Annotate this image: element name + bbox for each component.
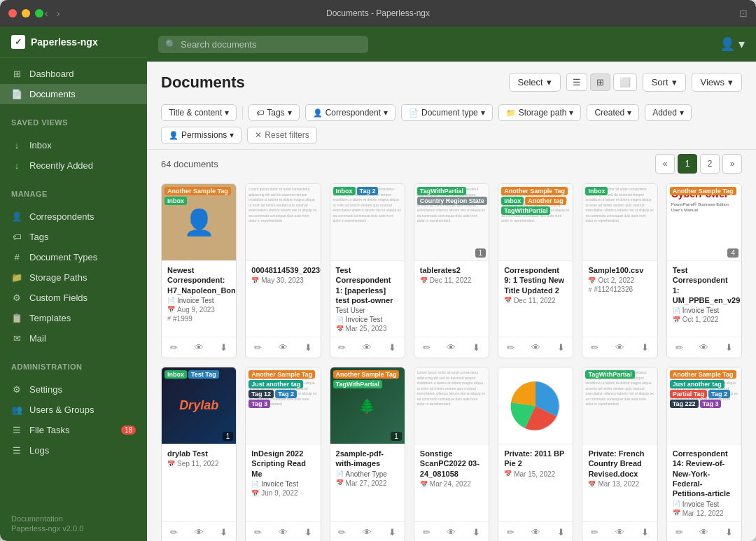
doc-download-btn[interactable]: ⬇: [216, 340, 232, 355]
doc-edit-btn[interactable]: ✏: [419, 340, 435, 355]
doc-download-btn[interactable]: ⬇: [721, 340, 737, 355]
doc-preview-btn[interactable]: 👁: [442, 525, 460, 540]
sidebar-item-dashboard[interactable]: ⊞ Dashboard: [0, 64, 147, 84]
doc-card[interactable]: Drylab InboxTest Tag 1 drylab Test 📅Sep …: [161, 367, 237, 541]
doc-download-btn[interactable]: ⬇: [553, 525, 569, 540]
doc-preview-btn[interactable]: 👁: [695, 340, 713, 355]
doc-download-btn[interactable]: ⬇: [300, 340, 316, 355]
doc-edit-btn[interactable]: ✏: [503, 340, 519, 355]
back-btn[interactable]: ‹: [42, 6, 51, 20]
doc-edit-btn[interactable]: ✏: [671, 525, 687, 540]
doc-card[interactable]: CyberPowerPowerPanel® Business EditionUs…: [666, 183, 742, 358]
close-btn[interactable]: [8, 9, 17, 17]
doc-edit-btn[interactable]: ✏: [334, 340, 350, 355]
sort-btn[interactable]: Sort ▾: [643, 73, 686, 92]
filter-created[interactable]: Created ▾: [587, 104, 639, 121]
doc-card[interactable]: Lorem ipsum dolor sit amet consectetur a…: [245, 367, 321, 541]
large-grid-view-btn[interactable]: ⬜: [613, 73, 637, 91]
filter-title-content[interactable]: Title & content ▾: [161, 104, 237, 121]
doc-card[interactable]: 👤 Another Sample TagInbox Newest Corresp…: [161, 183, 237, 358]
sidebar-item-settings[interactable]: ⚙ Settings: [0, 379, 147, 400]
doc-download-btn[interactable]: ⬇: [384, 340, 400, 355]
page-last-btn[interactable]: »: [722, 154, 742, 174]
filter-document-type[interactable]: 📄 Document type ▾: [401, 104, 493, 121]
doc-edit-btn[interactable]: ✏: [334, 525, 350, 540]
sidebar-item-tags[interactable]: 🏷 Tags: [0, 227, 147, 247]
doc-card[interactable]: Lorem ipsum dolor sit amet consectetur a…: [582, 183, 657, 358]
doc-card[interactable]: Lorem ipsum dolor sit amet consectetur a…: [414, 367, 489, 541]
filter-storage-path[interactable]: 📁 Storage path ▾: [498, 104, 582, 121]
filter-permissions[interactable]: 👤 Permissions ▾: [161, 127, 241, 143]
sidebar-item-documents[interactable]: 📄 Documents: [0, 84, 147, 104]
doc-preview-btn[interactable]: 👁: [274, 525, 292, 540]
doc-card[interactable]: Lorem ipsum dolor sit amet consectetur a…: [330, 183, 405, 358]
doc-preview-btn[interactable]: 👁: [527, 340, 545, 355]
doc-card[interactable]: Lorem ipsum dolor sit amet consectetur a…: [498, 183, 573, 358]
doc-edit-btn[interactable]: ✏: [419, 525, 435, 540]
views-btn[interactable]: Views ▾: [692, 73, 742, 92]
doc-download-btn[interactable]: ⬇: [637, 525, 653, 540]
page-2-btn[interactable]: 2: [700, 154, 720, 174]
doc-download-btn[interactable]: ⬇: [721, 525, 737, 540]
sidebar-item-mail[interactable]: ✉ Mail: [0, 328, 147, 349]
doc-preview-btn[interactable]: 👁: [611, 340, 629, 355]
sidebar-item-custom-fields[interactable]: ⚙ Custom Fields: [0, 288, 147, 308]
doc-edit-btn[interactable]: ✏: [166, 525, 182, 540]
fullscreen-btn[interactable]: ⊡: [739, 8, 748, 19]
doc-edit-btn[interactable]: ✏: [250, 340, 266, 355]
sidebar-item-recently-added[interactable]: ↓ Recently Added: [0, 155, 147, 176]
search-input[interactable]: [181, 39, 361, 50]
doc-edit-btn[interactable]: ✏: [587, 525, 603, 540]
doc-download-btn[interactable]: ⬇: [300, 525, 316, 540]
minimize-btn[interactable]: [22, 9, 30, 17]
search-box[interactable]: 🔍: [158, 36, 368, 53]
filter-added[interactable]: Added ▾: [645, 104, 692, 121]
sidebar-item-templates[interactable]: 📋 Templates: [0, 308, 147, 328]
doc-preview-btn[interactable]: 👁: [695, 525, 713, 540]
sidebar-item-document-types[interactable]: # Document Types: [0, 247, 147, 267]
documentation-link[interactable]: Documentation: [11, 514, 136, 523]
doc-download-btn[interactable]: ⬇: [553, 340, 569, 355]
doc-preview-btn[interactable]: 👁: [358, 340, 376, 355]
doc-edit-btn[interactable]: ✏: [166, 340, 182, 355]
doc-preview-btn[interactable]: 👁: [190, 340, 208, 355]
doc-card[interactable]: Lorem ipsum dolor sit amet consectetur a…: [666, 367, 742, 541]
doc-preview-btn[interactable]: 👁: [611, 525, 629, 540]
doc-download-btn[interactable]: ⬇: [468, 525, 484, 540]
doc-card[interactable]: Lorem ipsum dolor sit amet consectetur a…: [582, 367, 657, 541]
doc-card[interactable]: Lorem ipsum dolor sit amet consectetur a…: [414, 183, 489, 358]
reset-filters-btn[interactable]: ✕ Reset filters: [247, 127, 316, 143]
doc-download-btn[interactable]: ⬇: [384, 525, 400, 540]
doc-title: drylab Test: [167, 449, 230, 458]
filter-tags[interactable]: 🏷 Tags ▾: [248, 104, 299, 121]
sidebar-item-inbox[interactable]: ↓ Inbox: [0, 135, 147, 155]
doc-preview-btn[interactable]: 👁: [190, 525, 208, 540]
doc-download-btn[interactable]: ⬇: [216, 525, 232, 540]
sidebar-item-correspondents[interactable]: 👤 Correspondents: [0, 206, 147, 227]
sidebar-item-file-tasks[interactable]: ☰ File Tasks 18: [0, 420, 147, 440]
doc-preview-btn[interactable]: 👁: [442, 340, 460, 355]
doc-edit-btn[interactable]: ✏: [503, 525, 519, 540]
grid-view-btn[interactable]: ⊞: [590, 73, 610, 91]
page-prev-btn[interactable]: «: [655, 154, 675, 174]
doc-preview-btn[interactable]: 👁: [358, 525, 376, 540]
sidebar-item-logs[interactable]: ☰ Logs: [0, 440, 147, 461]
doc-preview-btn[interactable]: 👁: [527, 525, 545, 540]
select-btn[interactable]: Select ▾: [509, 73, 561, 92]
doc-card[interactable]: Lorem ipsum dolor sit amet consectetur a…: [245, 183, 321, 358]
doc-edit-btn[interactable]: ✏: [250, 525, 266, 540]
doc-download-btn[interactable]: ⬇: [637, 340, 653, 355]
doc-edit-btn[interactable]: ✏: [587, 340, 603, 355]
forward-btn[interactable]: ›: [54, 6, 63, 20]
doc-download-btn[interactable]: ⬇: [468, 340, 484, 355]
filter-correspondent[interactable]: 👤 Correspondent ▾: [305, 104, 396, 121]
sidebar-item-users-groups[interactable]: 👥 Users & Groups: [0, 400, 147, 420]
doc-card[interactable]: Private: 2011 BP Pie 2 📅Mar 15, 2022 ✏ 👁…: [498, 367, 573, 541]
user-menu-btn[interactable]: 👤 ▾: [720, 36, 745, 52]
doc-edit-btn[interactable]: ✏: [671, 340, 687, 355]
doc-preview-btn[interactable]: 👁: [274, 340, 292, 355]
page-1-btn[interactable]: 1: [678, 154, 697, 174]
doc-card[interactable]: 🌲 Another Sample TagTagWithPartial 1 2sa…: [330, 367, 405, 541]
list-view-btn[interactable]: ☰: [566, 73, 587, 91]
sidebar-item-storage-paths[interactable]: 📁 Storage Paths: [0, 267, 147, 288]
